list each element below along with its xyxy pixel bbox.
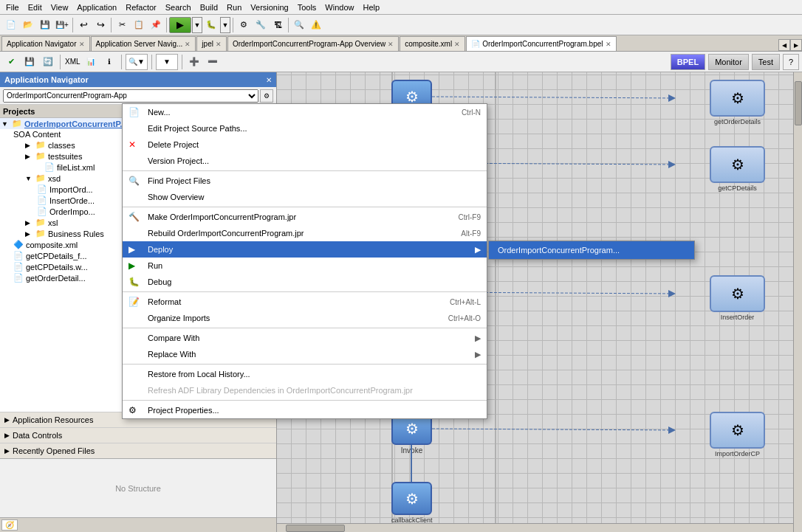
run-drop-btn[interactable]: ▼ [192,17,202,33]
ctx-make[interactable]: 🔨 Make OrderImportConcurrentProgram.jpr … [123,209,487,225]
tab-bpel[interactable]: 📄 OrderImportConcurrentProgram.bpel ✕ [466,36,616,51]
ctx-overview[interactable]: Show Overview [123,189,487,205]
panel-close-btn[interactable]: ✕ [266,76,272,84]
project-selector[interactable]: OrderImportConcurrentProgram-App [3,89,258,103]
layout-btn[interactable]: ▼ [156,54,178,70]
properties-icon: ⚙ [128,405,145,415]
run-label: Run [148,261,162,270]
validate-btn[interactable]: ✔ [3,54,19,70]
ctx-edit-paths[interactable]: Edit Project Source Paths... [123,120,487,137]
debug-drop-btn[interactable]: ▼ [220,17,230,33]
refresh2-btn[interactable]: 🔄 [40,54,56,70]
ctx-organize[interactable]: Organize Imports Ctrl+Alt-O [123,310,487,326]
menu-versioning[interactable]: Versioning [246,1,292,13]
menu-file[interactable]: File [1,1,24,13]
copy-btn[interactable]: 📋 [131,17,147,33]
clean-btn[interactable]: 🔧 [253,17,269,33]
toolbar-sep5 [288,18,289,32]
open-btn[interactable]: 📂 [20,17,36,33]
cut-btn[interactable]: ✂ [114,17,130,33]
ctx-deploy[interactable]: ▶ Deploy ▶ OrderImportConcurrentProgram.… [123,241,487,258]
menu-run[interactable]: Run [222,1,246,13]
menu-window[interactable]: Window [321,1,358,13]
menu-tools[interactable]: Tools [293,1,321,13]
tab-app-server[interactable]: Application Server Navig... ✕ [91,36,196,51]
submenu-item-oicp[interactable]: OrderImportConcurrentProgram... [489,241,694,259]
bpel-btn2[interactable]: 📊 [83,54,99,70]
tree-expand-xsd[interactable]: ▼ [25,175,34,182]
tree-expand-xsl[interactable]: ▶ [25,219,34,227]
tab-close-icon[interactable]: ✕ [606,41,611,48]
bpel-node-callback[interactable]: ⚙ callbackClient [391,482,433,524]
tab-overview[interactable]: OrderImportConcurrentProgram-App Overvie… [227,36,399,51]
bpel-badge[interactable]: BPEL [671,54,705,70]
ctx-find[interactable]: 🔍 Find Project Files [123,173,487,189]
scrollbar-thumb[interactable] [795,81,802,125]
redo-btn[interactable]: ↪ [92,17,109,33]
save2-btn[interactable]: 💾 [21,54,38,70]
tab-scroll-right[interactable]: ▶ [790,39,802,51]
ctx-run[interactable]: ▶ Run [123,258,487,274]
ctx-restore[interactable]: Restore from Local History... [123,366,487,382]
help-btn[interactable]: ? [783,54,799,70]
tab-jpel[interactable]: jpel ✕ [196,36,227,51]
ctx-properties[interactable]: ⚙ Project Properties... [123,402,487,418]
menu-search[interactable]: Search [161,1,196,13]
tree-expand-bizrules[interactable]: ▶ [25,230,34,238]
menu-help[interactable]: Help [358,1,384,13]
menu-view[interactable]: View [47,1,73,13]
scrollbar-thumb-h[interactable] [286,525,345,532]
ctx-debug[interactable]: 🐛 Debug [123,274,487,290]
debug-btn[interactable]: 🐛 [203,17,219,33]
search-btn[interactable]: 🔍 [291,17,307,33]
zoom-dd-btn[interactable]: 🔍▼ [126,54,148,70]
bpel-right-getorderdetails[interactable]: ⚙ getOrderDetails [710,80,765,125]
menu-application[interactable]: Application [72,1,121,13]
canvas-scrollbar-h[interactable] [277,523,793,532]
save-btn[interactable]: 💾 [37,17,53,33]
canvas-scrollbar[interactable] [793,72,802,532]
bpel-right-getcpdetails[interactable]: ⚙ getCPDetails [710,146,765,192]
tab-close-icon[interactable]: ✕ [388,41,394,48]
run-btn[interactable]: ▶ [169,17,191,33]
tab-close-icon[interactable]: ✕ [454,41,460,48]
ctx-rebuild[interactable]: Rebuild OrderImportConcurrentProgram.jpr… [123,225,487,241]
bpel-btn1[interactable]: XML [64,54,80,70]
new-btn[interactable]: 📄 [3,17,19,33]
menu-edit[interactable]: Edit [24,1,47,13]
app-nav-tab[interactable]: 🧭 [1,519,18,531]
test-badge[interactable]: Test [752,54,780,70]
panel-settings-btn[interactable]: ⚙ [260,89,273,103]
ctx-new[interactable]: 📄 New... Ctrl-N [123,104,487,120]
undo-btn[interactable]: ↩ [75,17,92,33]
menu-refactor[interactable]: Refactor [121,1,161,13]
compile-btn[interactable]: ⚙ [236,17,252,33]
tree-expand-root[interactable]: ▼ [1,120,10,128]
recently-opened-header[interactable]: ▶ Recently Opened Files [0,443,276,458]
tab-scroll-left[interactable]: ◀ [778,39,790,51]
bpel-right-insertorder[interactable]: ⚙ InsertOrder [710,275,765,321]
ctx-version[interactable]: Version Project... [123,153,487,169]
zoom-in-btn[interactable]: ➕ [186,54,202,70]
zoom-out-btn[interactable]: ➖ [205,54,221,70]
data-controls-header[interactable]: ▶ Data Controls [0,428,276,443]
tab-close-icon[interactable]: ✕ [79,41,85,48]
bpel-right-importordercp[interactable]: ⚙ ImportOrderCP [710,412,765,457]
paste-btn[interactable]: 📌 [148,17,164,33]
bpel-btn3[interactable]: ℹ [101,54,117,70]
monitor-badge[interactable]: Monitor [708,54,749,70]
tree-expand-testsuites[interactable]: ▶ [25,153,34,160]
ctx-reformat[interactable]: 📝 Reformat Ctrl+Alt-L [123,294,487,310]
tab-composite[interactable]: composite.xml ✕ [400,36,465,51]
save-all-btn[interactable]: 💾+ [54,17,70,33]
ctx-compare[interactable]: Compare With ▶ [123,330,487,346]
build-btn[interactable]: 🏗 [270,17,286,33]
ctx-delete[interactable]: ✕ Delete Project [123,137,487,153]
warning-btn[interactable]: ⚠️ [308,17,324,33]
ctx-replace[interactable]: Replace With ▶ [123,346,487,362]
tab-close-icon[interactable]: ✕ [216,41,222,48]
menu-build[interactable]: Build [196,1,222,13]
tab-close-icon[interactable]: ✕ [185,41,191,48]
tree-expand-classes[interactable]: ▶ [25,142,34,149]
tab-app-navigator[interactable]: Application Navigator ✕ [1,36,90,51]
